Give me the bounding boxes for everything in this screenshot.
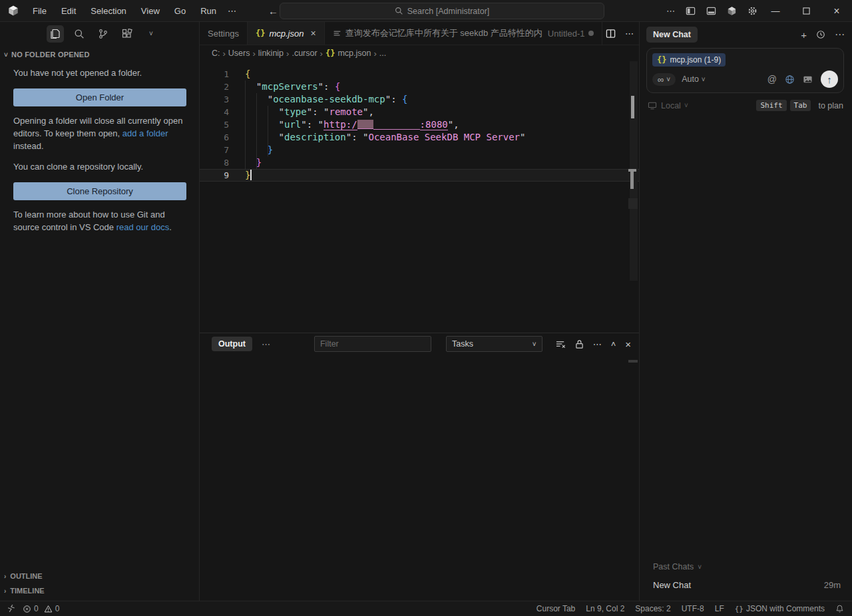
panel-tabs-overflow-icon[interactable]: ⋯ xyxy=(262,339,270,349)
line-number[interactable]: 8 xyxy=(200,156,229,169)
breadcrumb-item[interactable]: ... xyxy=(379,49,386,58)
toggle-panel-icon[interactable] xyxy=(706,6,716,16)
local-selector[interactable]: Local xyxy=(661,101,681,110)
status-item-ln-9-col-2[interactable]: Ln 9, Col 2 xyxy=(586,604,624,613)
menu-file[interactable]: File xyxy=(27,4,53,18)
chat-history-icon[interactable] xyxy=(816,30,825,39)
close-panel-icon[interactable]: × xyxy=(625,339,631,350)
mention-icon[interactable]: @ xyxy=(767,74,777,84)
tab-settings[interactable]: Settings xyxy=(200,22,248,45)
open-folder-button[interactable]: Open Folder xyxy=(13,88,186,106)
image-icon[interactable] xyxy=(803,75,813,84)
code-line-1[interactable]: 1{ xyxy=(200,68,639,80)
breadcrumb-item[interactable]: {}mcp.json xyxy=(325,49,371,58)
model-selector[interactable]: Auto ˅ xyxy=(682,75,706,84)
explorer-icon[interactable] xyxy=(47,25,64,43)
settings-gear-icon[interactable] xyxy=(747,6,757,16)
menu-overflow-button[interactable]: ⋯ xyxy=(222,4,242,18)
chevron-down-icon: ˅ xyxy=(684,102,688,109)
menu-run[interactable]: Run xyxy=(194,4,222,18)
line-number[interactable]: 9 xyxy=(200,169,229,182)
code-line-3[interactable]: 3 "oceanbase-seekdb-mcp": { xyxy=(200,93,639,106)
menu-edit[interactable]: Edit xyxy=(55,4,82,18)
split-editor-icon[interactable] xyxy=(606,29,616,39)
output-tab[interactable]: Output xyxy=(212,337,252,351)
code-line-4[interactable]: 4 "type": "remote", xyxy=(200,106,639,118)
send-button[interactable]: ↑ xyxy=(821,71,838,88)
tab-untitled-1[interactable]: 查询发布会记忆库中所有关于 seekdb 产品特性的内 Untitled-1 xyxy=(325,22,603,45)
code-line-2[interactable]: 2 "mcpServers": { xyxy=(200,80,639,93)
editor-more-actions-icon[interactable]: ⋯ xyxy=(625,29,634,39)
code-line-7[interactable]: 7 } xyxy=(200,144,639,156)
tab-mcp-json[interactable]: {} mcp.json × xyxy=(248,22,325,45)
activity-overflow-chevron-icon[interactable]: ˅ xyxy=(142,25,160,43)
chat-input[interactable]: {} mcp.json (1-9) ∞ ˅ Auto ˅ @ xyxy=(646,48,844,93)
remote-indicator-icon[interactable] xyxy=(7,605,16,613)
code-token: ": xyxy=(318,81,335,92)
notifications-bell-icon[interactable] xyxy=(835,604,844,613)
code-line-5[interactable]: 5 "url": "http:/:8080", xyxy=(200,118,639,131)
extensions-icon[interactable] xyxy=(118,25,136,43)
search-view-icon[interactable] xyxy=(71,25,88,43)
add-folder-link[interactable]: add a folder xyxy=(122,128,168,138)
status-item-json-with-comments[interactable]: {}JSON with Comments xyxy=(735,604,825,613)
line-number[interactable]: 4 xyxy=(200,106,229,118)
toggle-sidebar-icon[interactable] xyxy=(686,6,696,16)
code-line-6[interactable]: 6 "description": "OceanBase SeekDB MCP S… xyxy=(200,131,639,144)
breadcrumb-item[interactable]: C: xyxy=(212,49,220,58)
line-number[interactable]: 6 xyxy=(200,131,229,144)
chat-more-icon[interactable]: ⋯ xyxy=(835,29,845,41)
clone-repository-button[interactable]: Clone Repository xyxy=(13,182,186,200)
cursor-cube-icon[interactable] xyxy=(727,6,737,16)
close-tab-icon[interactable]: × xyxy=(310,28,316,39)
titlebar-more-icon[interactable]: ⋯ xyxy=(666,6,675,16)
panel-scrollbar[interactable] xyxy=(628,360,638,363)
line-number[interactable]: 5 xyxy=(200,118,229,131)
breadcrumb-item[interactable]: .cursor xyxy=(292,49,317,58)
menu-view[interactable]: View xyxy=(135,4,166,18)
past-chats-header[interactable]: Past Chats ˅ xyxy=(653,562,702,571)
command-center-search[interactable]: Search [Administrator] xyxy=(280,3,604,19)
editor-scrollbar[interactable] xyxy=(630,61,638,281)
status-item-spaces-2[interactable]: Spaces: 2 xyxy=(635,604,670,613)
line-number[interactable]: 1 xyxy=(200,68,229,80)
chat-history-item[interactable]: New Chat 29m xyxy=(653,580,841,590)
line-number[interactable]: 3 xyxy=(200,93,229,106)
code-editor[interactable]: 1{2 "mcpServers": {3 "oceanbase-seekdb-m… xyxy=(200,61,639,333)
outline-section[interactable]: › OUTLINE xyxy=(0,569,199,583)
menu-bar: FileEditSelectionViewGoRun xyxy=(27,4,222,18)
problems-status[interactable]: 0 0 xyxy=(23,604,59,613)
code-line-8[interactable]: 8 } xyxy=(200,156,639,169)
menu-selection[interactable]: Selection xyxy=(85,4,132,18)
read-our-docs-link[interactable]: read our docs xyxy=(116,222,170,232)
clear-output-icon[interactable] xyxy=(556,339,566,349)
breadcrumb-item[interactable]: linkinip xyxy=(258,49,284,58)
no-folder-section-header[interactable]: ˅ NO FOLDER OPENED xyxy=(4,51,186,59)
minimize-button[interactable]: — xyxy=(760,0,791,22)
code-line-9[interactable]: 9} xyxy=(200,169,639,182)
close-button[interactable]: × xyxy=(821,0,852,22)
menu-go[interactable]: Go xyxy=(168,4,192,18)
agent-mode-pill[interactable]: ∞ ˅ xyxy=(652,73,676,86)
timeline-section[interactable]: › TIMELINE xyxy=(0,583,199,598)
breadcrumb-item[interactable]: Users xyxy=(228,49,250,58)
context-chip[interactable]: {} mcp.json (1-9) xyxy=(652,53,726,67)
nav-back-icon[interactable]: ← xyxy=(268,5,278,17)
source-control-icon[interactable] xyxy=(95,25,112,43)
line-number[interactable]: 7 xyxy=(200,144,229,156)
dirty-indicator[interactable] xyxy=(588,31,594,36)
web-icon[interactable] xyxy=(785,75,795,84)
maximize-button[interactable] xyxy=(791,0,821,22)
maximize-panel-icon[interactable]: ˄ xyxy=(611,339,616,349)
status-item-lf[interactable]: LF xyxy=(715,604,724,613)
output-channel-select[interactable]: Tasks ˅ xyxy=(446,336,542,352)
new-chat-plus-icon[interactable]: + xyxy=(801,29,807,41)
status-item-utf-8[interactable]: UTF-8 xyxy=(682,604,704,613)
line-number[interactable]: 2 xyxy=(200,80,229,93)
search-placeholder: Search [Administrator] xyxy=(407,7,490,16)
lock-scroll-icon[interactable] xyxy=(575,339,584,349)
panel-more-actions-icon[interactable]: ⋯ xyxy=(593,339,602,349)
status-item-cursor-tab[interactable]: Cursor Tab xyxy=(536,604,575,613)
output-filter-input[interactable] xyxy=(314,336,431,352)
new-chat-tab[interactable]: New Chat xyxy=(646,27,698,43)
